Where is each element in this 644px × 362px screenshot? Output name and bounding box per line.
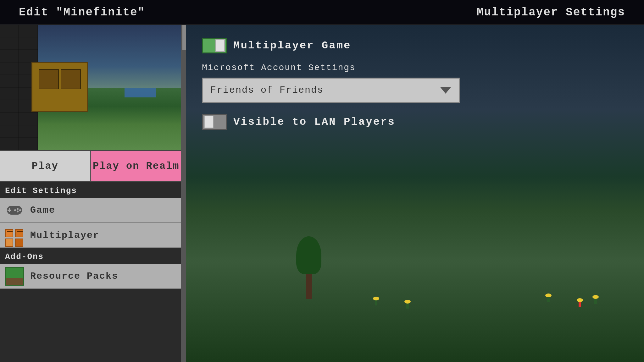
lan-toggle-knob [204, 116, 214, 128]
edit-settings-section: Edit Settings Game [0, 182, 181, 248]
friends-dropdown-value: Friends of Friends [210, 85, 324, 96]
settings-item-multiplayer[interactable]: Multiplayer [0, 223, 181, 248]
addons-section: Add-Ons Resource Packs [0, 248, 181, 289]
night-tree [296, 243, 321, 299]
right-panel: Multiplayer Game Microsoft Account Setti… [186, 25, 644, 362]
settings-item-resource-packs[interactable]: Resource Packs [0, 264, 181, 289]
main-content: Play Play on Realm Edit Settings [0, 25, 644, 362]
red-flower-decoration [579, 301, 581, 307]
lan-players-toggle[interactable] [202, 114, 227, 130]
chest-block [31, 62, 88, 112]
page-title-right: Multiplayer Settings [477, 6, 625, 19]
tree-leaves [296, 236, 321, 274]
friends-dropdown[interactable]: Friends of Friends [202, 78, 460, 103]
page-title-left: Edit "Minefinite" [19, 6, 145, 19]
water-block [125, 88, 156, 97]
lan-players-label: Visible to LAN Players [233, 116, 395, 128]
multiplayer-icon [5, 226, 24, 245]
flower-decoration [547, 296, 550, 302]
tree-trunk [306, 274, 312, 299]
settings-game-label: Game [30, 205, 55, 216]
multiplayer-game-toggle[interactable] [202, 38, 227, 53]
settings-multiplayer-label: Multiplayer [30, 230, 99, 241]
edit-settings-title: Edit Settings [0, 182, 181, 198]
minecraft-scene [0, 25, 181, 150]
multiplayer-game-row: Multiplayer Game [202, 38, 628, 53]
svg-point-6 [14, 209, 16, 211]
svg-point-5 [17, 211, 19, 212]
addons-title: Add-Ons [0, 248, 181, 264]
flower-decoration [406, 302, 409, 309]
ms-account-settings-label: Microsoft Account Settings [202, 63, 628, 73]
scroll-thumb[interactable] [182, 25, 186, 50]
svg-point-3 [17, 208, 19, 210]
header-bar: Edit "Minefinite" Multiplayer Settings [0, 0, 644, 25]
gamepad-icon [5, 201, 24, 220]
svg-rect-2 [8, 210, 11, 211]
left-panel: Play Play on Realm Edit Settings [0, 25, 182, 362]
toggle-knob [215, 39, 225, 52]
lan-players-row: Visible to LAN Players [202, 114, 628, 130]
flower-decoration [375, 299, 377, 305]
play-on-realm-button[interactable]: Play on Realm [91, 151, 181, 181]
left-panel-scrollbar[interactable] [182, 25, 186, 362]
flower-decoration [594, 298, 597, 304]
right-settings-panel: Multiplayer Game Microsoft Account Setti… [186, 25, 644, 142]
dropdown-arrow-icon [440, 87, 451, 94]
svg-point-4 [19, 209, 21, 211]
world-preview [0, 25, 181, 151]
resource-packs-icon [5, 267, 24, 286]
play-button[interactable]: Play [0, 151, 91, 181]
action-buttons-row: Play Play on Realm [0, 151, 181, 182]
multiplayer-game-label: Multiplayer Game [233, 40, 351, 52]
settings-item-game[interactable]: Game [0, 198, 181, 223]
settings-resource-label: Resource Packs [30, 271, 118, 282]
